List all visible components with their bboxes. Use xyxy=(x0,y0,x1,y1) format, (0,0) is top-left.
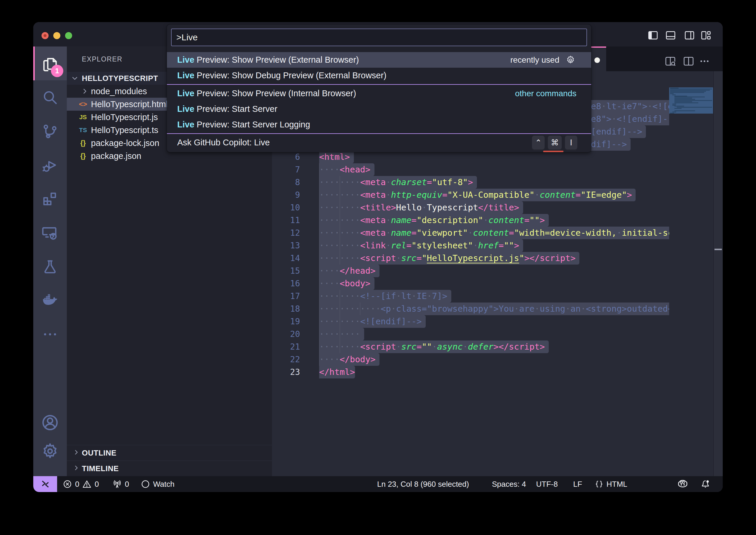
remote-icon xyxy=(40,479,51,490)
palette-row-2[interactable]: Live Preview: Show Preview (Internal Bro… xyxy=(167,86,591,101)
activity-source-control[interactable] xyxy=(33,114,67,148)
ts-file-icon: TS xyxy=(78,124,88,136)
keycap: ⌃ xyxy=(532,136,545,150)
eol[interactable]: LF xyxy=(573,476,582,492)
minimize-button[interactable] xyxy=(53,32,60,39)
customize-layout-icon[interactable] xyxy=(700,30,712,41)
html-file-icon: <> xyxy=(78,98,88,111)
overview-ruler[interactable] xyxy=(713,71,723,476)
copilot[interactable] xyxy=(677,476,688,492)
palette-row-3[interactable]: Live Preview: Start Server xyxy=(167,101,591,117)
code-text: ········<script·src="HelloTypescript.js"… xyxy=(319,252,575,265)
source-control-icon xyxy=(41,122,59,140)
code-line-15: 15····</head> xyxy=(272,265,669,277)
section-timeline[interactable]: TIMELINE xyxy=(67,461,272,476)
chevron-right-icon xyxy=(72,464,80,473)
toggle-secondary-sidebar-icon[interactable] xyxy=(684,30,695,41)
problems-indicator[interactable]: 00 xyxy=(62,476,99,492)
line-number: 8 xyxy=(272,176,300,189)
command-input[interactable]: >Live xyxy=(171,29,587,46)
tree-item-label: HelloTypescript.ts xyxy=(91,126,159,135)
code-line-8: 8········<meta·charset="utf-8"> xyxy=(272,176,669,189)
circle-icon xyxy=(140,479,150,489)
watch-indicator[interactable]: Watch xyxy=(140,476,175,492)
modified-dot-icon[interactable] xyxy=(595,57,600,63)
sidebar-title: EXPLORER xyxy=(82,46,123,72)
minimap-line xyxy=(670,93,674,94)
line-number: 14 xyxy=(272,252,300,265)
run-and-debug-icon xyxy=(41,156,59,174)
palette-row-5[interactable]: Ask GitHub Copilot: Live⌃⌘I xyxy=(167,135,591,150)
remote-indicator[interactable] xyxy=(33,476,57,492)
notifications[interactable] xyxy=(700,476,711,492)
section-outline[interactable]: OUTLINE xyxy=(67,445,272,461)
line-number: 15 xyxy=(272,265,300,277)
activity-docker[interactable] xyxy=(33,283,67,317)
accounts-icon xyxy=(40,413,60,432)
line-number: 20 xyxy=(272,328,300,341)
progress-bar xyxy=(543,151,564,152)
ports-indicator[interactable]: 0 xyxy=(112,476,129,492)
activity-settings[interactable] xyxy=(33,437,67,465)
indentation[interactable]: Spaces: 4 xyxy=(492,476,526,492)
close-button[interactable] xyxy=(42,32,48,39)
zoom-button[interactable] xyxy=(65,32,72,39)
activity-bar: 1 xyxy=(33,46,67,476)
line-number: 16 xyxy=(272,277,300,290)
docker-icon xyxy=(41,291,59,310)
keycap: I xyxy=(565,136,577,150)
code-text: ····<head> xyxy=(319,163,370,176)
line-number: 7 xyxy=(272,163,300,176)
settings-icon xyxy=(40,441,60,461)
palette-row-label: Live Preview: Show Preview (Internal Bro… xyxy=(177,89,356,98)
minimap-line xyxy=(670,92,704,93)
more-actions-icon[interactable] xyxy=(699,56,710,67)
activity-more[interactable] xyxy=(33,317,67,351)
palette-group-separator xyxy=(167,84,591,85)
cursor-position[interactable]: Ln 23, Col 8 (960 selected) xyxy=(377,476,469,492)
minimap[interactable] xyxy=(669,87,713,476)
code-text: ········<!--[if·lt·IE·7]> xyxy=(319,290,448,302)
keybinding: ⌃⌘I xyxy=(532,136,577,150)
language-mode[interactable]: HTML xyxy=(595,476,627,492)
code-line-11: 11········<meta·name="description"·conte… xyxy=(272,214,669,227)
activity-accounts[interactable] xyxy=(33,408,67,437)
toggle-panel-icon[interactable] xyxy=(665,30,676,41)
minimap-line xyxy=(672,95,676,95)
minimap-line xyxy=(670,113,674,114)
activity-run-and-debug[interactable] xyxy=(33,148,67,182)
minimap-selection xyxy=(669,87,713,114)
activity-remote-explorer[interactable] xyxy=(33,216,67,250)
code-text: <html> xyxy=(319,151,350,163)
minimap-line xyxy=(672,105,676,106)
copilot-icon xyxy=(677,478,688,490)
line-number: 17 xyxy=(272,290,300,302)
error-icon xyxy=(62,479,73,489)
palette-row-label: Ask GitHub Copilot: Live xyxy=(177,138,270,148)
palette-row-4[interactable]: Live Preview: Start Server Logging xyxy=(167,117,591,132)
open-changes-icon[interactable] xyxy=(665,56,676,67)
code-line-19: 19········<![endif]--> xyxy=(272,315,669,328)
activity-extensions[interactable] xyxy=(33,182,67,216)
palette-row-0[interactable]: Live Preview: Show Preview (External Bro… xyxy=(167,52,591,68)
tree-item-label: package-lock.json xyxy=(91,138,159,148)
minimap-line xyxy=(672,112,677,112)
minimap-line xyxy=(675,97,705,98)
line-number: 11 xyxy=(272,214,300,227)
split-editor-icon[interactable] xyxy=(683,56,694,67)
activity-explorer[interactable]: 1 xyxy=(33,46,67,80)
configure-keybinding-icon[interactable] xyxy=(565,54,576,66)
minimap-line xyxy=(677,107,712,108)
minimap-line xyxy=(675,101,692,102)
braces-icon xyxy=(595,479,604,489)
code-text: ········<![endif]--> xyxy=(319,315,422,328)
toggle-primary-sidebar-icon[interactable] xyxy=(647,30,658,41)
code-line-12: 12········<meta·name="viewport"·content=… xyxy=(272,227,669,239)
minimap-line xyxy=(675,100,712,101)
palette-group-separator xyxy=(167,133,591,134)
activity-search[interactable] xyxy=(33,80,67,114)
activity-testing[interactable] xyxy=(33,250,67,283)
encoding[interactable]: UTF-8 xyxy=(536,476,558,492)
palette-row-meta[interactable]: other commands xyxy=(515,89,576,98)
palette-row-1[interactable]: Live Preview: Show Debug Preview (Extern… xyxy=(167,68,591,83)
